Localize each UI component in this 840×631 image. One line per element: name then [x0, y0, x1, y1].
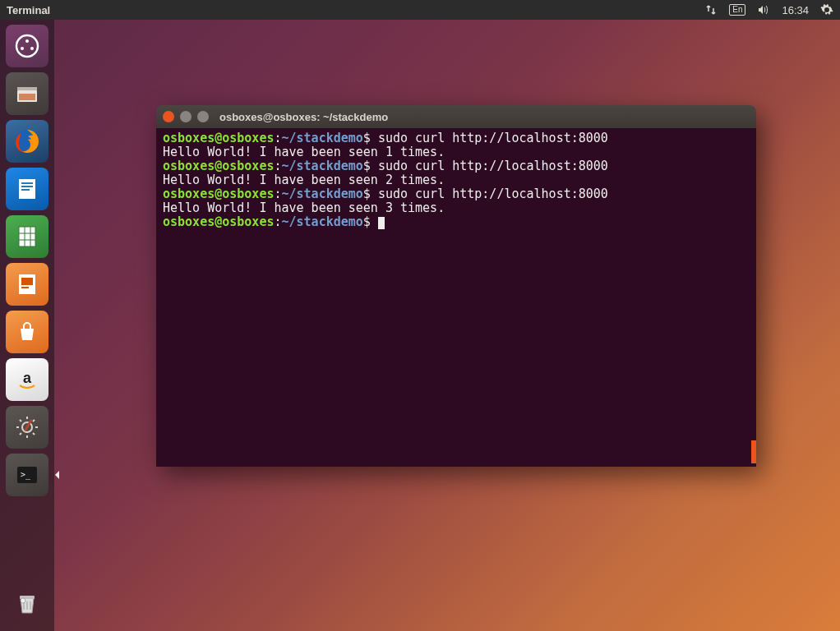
svg-rect-6: [19, 94, 35, 100]
launcher-software[interactable]: [6, 311, 48, 353]
network-icon[interactable]: [704, 0, 718, 20]
cursor: [378, 217, 385, 229]
sound-icon[interactable]: [757, 0, 770, 20]
terminal-command: sudo curl http://localhost:8000: [378, 131, 608, 145]
prompt-user-host: osboxes@osboxes: [163, 187, 274, 201]
launcher-trash[interactable]: [6, 582, 48, 624]
prompt-path: ~/stackdemo: [282, 214, 363, 229]
svg-point-3: [30, 47, 34, 50]
prompt-user-host: osboxes@osboxes: [163, 131, 274, 145]
top-panel: Terminal En 16:34: [0, 0, 840, 20]
launcher: a >_: [0, 20, 54, 631]
prompt-path: ~/stackdemo: [282, 159, 363, 173]
window-titlebar[interactable]: osboxes@osboxes: ~/stackdemo: [156, 105, 756, 128]
svg-rect-10: [21, 186, 33, 187]
terminal-command: sudo curl http://localhost:8000: [378, 159, 608, 173]
svg-rect-20: [21, 287, 29, 288]
terminal-prompt-line: osboxes@osboxes:~/stackdemo$: [163, 215, 750, 229]
launcher-calc[interactable]: [6, 215, 48, 258]
launcher-terminal[interactable]: >_: [6, 454, 48, 496]
svg-point-2: [21, 47, 24, 50]
launcher-impress[interactable]: [6, 263, 48, 306]
svg-point-1: [25, 39, 29, 43]
svg-point-0: [16, 35, 38, 57]
terminal-prompt-line: osboxes@osboxes:~/stackdemo$ sudo curl h…: [163, 187, 750, 201]
gear-icon[interactable]: [820, 0, 833, 20]
prompt-user-host: osboxes@osboxes: [163, 159, 274, 173]
svg-rect-9: [21, 182, 33, 184]
terminal-output-line: Hello World! I have been seen 1 times.: [163, 145, 750, 159]
launcher-files[interactable]: [6, 72, 48, 115]
terminal-prompt-line: osboxes@osboxes:~/stackdemo$ sudo curl h…: [163, 159, 750, 173]
svg-rect-4: [17, 87, 37, 90]
terminal-command: sudo curl http://localhost:8000: [378, 187, 608, 201]
active-app-title: Terminal: [7, 4, 50, 16]
svg-rect-19: [21, 278, 33, 285]
window-minimize-button[interactable]: [180, 111, 192, 122]
prompt-path: ~/stackdemo: [282, 131, 363, 145]
terminal-window[interactable]: osboxes@osboxes: ~/stackdemo osboxes@osb…: [156, 105, 756, 467]
clock[interactable]: 16:34: [782, 0, 809, 20]
terminal-body[interactable]: osboxes@osboxes:~/stackdemo$ sudo curl h…: [156, 128, 756, 467]
svg-text:>_: >_: [21, 470, 31, 480]
prompt-user-host: osboxes@osboxes: [163, 214, 274, 229]
terminal-output-line: Hello World! I have been seen 3 times.: [163, 201, 750, 215]
launcher-settings[interactable]: [6, 406, 48, 449]
terminal-output-line: Hello World! I have been seen 2 times.: [163, 173, 750, 187]
launcher-amazon[interactable]: a: [6, 358, 48, 401]
svg-point-27: [21, 598, 25, 603]
window-title: osboxes@osboxes: ~/stackdemo: [219, 111, 388, 123]
prompt-path: ~/stackdemo: [282, 187, 363, 201]
svg-text:a: a: [23, 370, 32, 386]
launcher-dash[interactable]: [6, 25, 48, 67]
svg-rect-12: [19, 227, 35, 246]
window-maximize-button[interactable]: [197, 111, 209, 122]
terminal-prompt-line: osboxes@osboxes:~/stackdemo$ sudo curl h…: [163, 131, 750, 145]
svg-rect-11: [21, 189, 30, 191]
launcher-firefox[interactable]: [6, 120, 48, 163]
launcher-writer[interactable]: [6, 168, 48, 210]
window-close-button[interactable]: [163, 111, 174, 122]
language-indicator[interactable]: En: [729, 0, 745, 20]
